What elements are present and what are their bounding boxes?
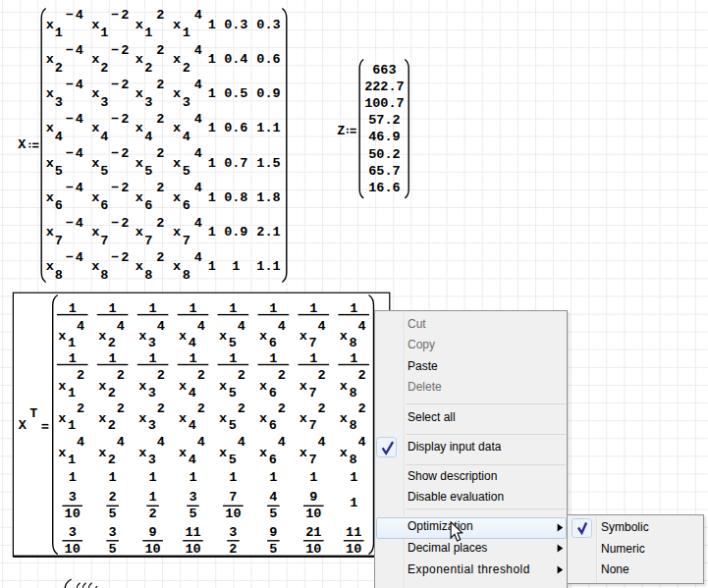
svg-text:2: 2 — [157, 368, 165, 383]
svg-text:2: 2 — [197, 401, 205, 416]
svg-text:x: x — [98, 379, 106, 394]
svg-text:4: 4 — [144, 130, 152, 144]
svg-text:0.3: 0.3 — [256, 18, 280, 32]
svg-text:x: x — [46, 18, 54, 32]
svg-text:x: x — [173, 225, 181, 240]
svg-text:5: 5 — [269, 542, 277, 557]
svg-text:x: x — [91, 156, 99, 171]
svg-text:4: 4 — [76, 78, 83, 92]
svg-text:4: 4 — [269, 490, 277, 505]
svg-text:3: 3 — [69, 525, 77, 540]
svg-text:1: 1 — [149, 490, 157, 505]
svg-text:4: 4 — [77, 319, 84, 334]
svg-text:x: x — [219, 411, 227, 426]
svg-text:−: − — [111, 43, 119, 58]
svg-text:10: 10 — [305, 507, 321, 521]
svg-text:x: x — [58, 329, 66, 344]
svg-text:x: x — [91, 18, 99, 32]
svg-text:4: 4 — [197, 319, 205, 334]
svg-text:−: − — [111, 250, 119, 265]
svg-text:4: 4 — [194, 146, 202, 161]
svg-text:7: 7 — [100, 234, 108, 248]
svg-text:x: x — [259, 329, 267, 344]
svg-text:3: 3 — [183, 95, 191, 110]
svg-text:x: x — [219, 379, 227, 394]
svg-text:x: x — [138, 411, 146, 426]
svg-text:x: x — [138, 446, 146, 460]
svg-text:T: T — [29, 406, 37, 421]
svg-text:5: 5 — [55, 164, 63, 179]
svg-text:2: 2 — [357, 401, 365, 416]
svg-text:2: 2 — [318, 401, 326, 416]
svg-text:2: 2 — [117, 401, 125, 416]
svg-text:x: x — [46, 225, 54, 240]
svg-text:2: 2 — [156, 146, 164, 161]
svg-text:x: x — [340, 379, 348, 394]
svg-text:6: 6 — [100, 198, 108, 213]
svg-text:2: 2 — [357, 368, 365, 383]
svg-text:4: 4 — [194, 43, 202, 58]
svg-text:2: 2 — [108, 386, 116, 401]
svg-text:−: − — [111, 8, 119, 23]
svg-text:8: 8 — [55, 268, 63, 283]
svg-text:5: 5 — [229, 336, 237, 350]
svg-text:4: 4 — [238, 319, 245, 334]
svg-text:1: 1 — [100, 26, 108, 40]
svg-text:1: 1 — [232, 259, 240, 274]
svg-text:x: x — [173, 86, 181, 101]
svg-text:1: 1 — [183, 26, 191, 40]
svg-text:−: − — [111, 216, 119, 231]
svg-text:2: 2 — [278, 401, 286, 416]
svg-text:9: 9 — [269, 525, 277, 540]
svg-text:2: 2 — [238, 368, 245, 383]
svg-text:2: 2 — [149, 507, 157, 521]
svg-text:−: − — [65, 146, 73, 161]
svg-text:x: x — [300, 329, 307, 344]
svg-text:21: 21 — [305, 525, 321, 540]
svg-text:1: 1 — [68, 453, 76, 467]
svg-text:2: 2 — [238, 401, 245, 416]
svg-text:7: 7 — [183, 234, 191, 248]
svg-text:1.1: 1.1 — [256, 121, 280, 135]
svg-text:x: x — [46, 259, 54, 274]
svg-text:x: x — [340, 329, 348, 344]
svg-text:−: − — [111, 181, 119, 195]
svg-text:6: 6 — [269, 453, 277, 467]
svg-text:x: x — [300, 446, 307, 460]
svg-text:5: 5 — [189, 507, 196, 521]
svg-text:2: 2 — [55, 61, 63, 76]
svg-text:2: 2 — [156, 43, 164, 58]
svg-text:x: x — [173, 190, 181, 205]
svg-text:2: 2 — [121, 112, 129, 127]
svg-text:x: x — [91, 121, 99, 135]
svg-text:4: 4 — [194, 216, 202, 231]
svg-text:4: 4 — [76, 8, 83, 23]
svg-text:2: 2 — [100, 61, 108, 76]
svg-text:663: 663 — [372, 63, 396, 78]
svg-text:4: 4 — [278, 435, 286, 450]
svg-text:x: x — [340, 411, 348, 426]
svg-text:10: 10 — [346, 542, 361, 557]
svg-text:0.8: 0.8 — [224, 190, 247, 205]
svg-text:x: x — [259, 411, 267, 426]
svg-text:2: 2 — [121, 78, 129, 92]
svg-text:2: 2 — [144, 61, 152, 76]
svg-text:4: 4 — [189, 386, 196, 401]
svg-text:1: 1 — [309, 470, 317, 485]
svg-text:4: 4 — [189, 453, 196, 467]
svg-text:7: 7 — [309, 336, 317, 350]
svg-text:2: 2 — [77, 401, 84, 416]
svg-text:4: 4 — [189, 418, 196, 433]
svg-text:−: − — [111, 78, 119, 92]
svg-text:3: 3 — [109, 525, 117, 540]
svg-text:6: 6 — [269, 418, 277, 433]
svg-text:Z: Z — [337, 124, 345, 138]
svg-text:11: 11 — [185, 525, 200, 540]
svg-text:0.7: 0.7 — [224, 156, 247, 171]
svg-text:x: x — [259, 379, 267, 394]
svg-text:2: 2 — [108, 453, 116, 467]
svg-text:x: x — [136, 121, 143, 135]
svg-text:4: 4 — [76, 146, 83, 161]
svg-text:2: 2 — [156, 216, 164, 231]
svg-text:x: x — [98, 329, 106, 344]
